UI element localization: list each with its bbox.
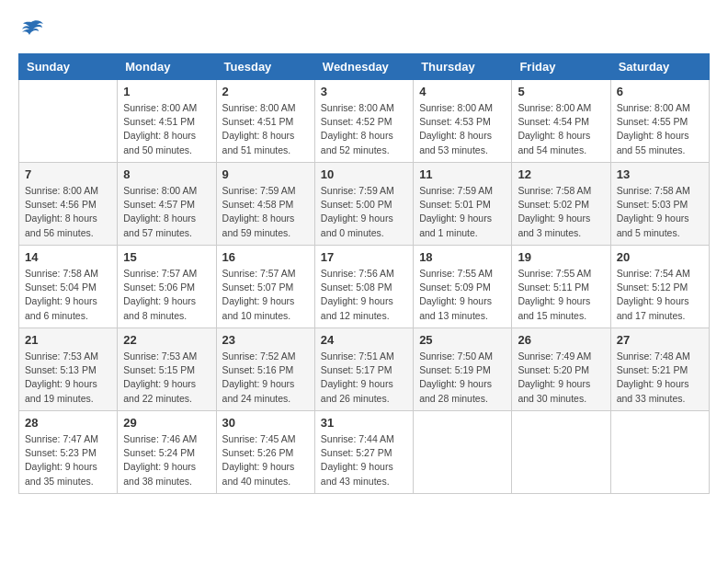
- column-header-friday: Friday: [512, 54, 610, 80]
- day-cell: 14Sunrise: 7:58 AM Sunset: 5:04 PM Dayli…: [19, 246, 118, 328]
- day-cell: 18Sunrise: 7:55 AM Sunset: 5:09 PM Dayli…: [414, 246, 512, 328]
- logo-icon: [18, 18, 44, 39]
- day-info: Sunrise: 8:00 AM Sunset: 4:51 PM Dayligh…: [123, 101, 210, 157]
- day-number: 31: [321, 416, 407, 430]
- day-info: Sunrise: 7:44 AM Sunset: 5:27 PM Dayligh…: [321, 432, 407, 488]
- day-number: 22: [123, 333, 210, 347]
- day-cell: 23Sunrise: 7:52 AM Sunset: 5:16 PM Dayli…: [216, 328, 314, 411]
- day-number: 10: [321, 167, 407, 181]
- day-info: Sunrise: 7:59 AM Sunset: 5:01 PM Dayligh…: [419, 184, 506, 240]
- day-info: Sunrise: 7:53 AM Sunset: 5:13 PM Dayligh…: [25, 350, 111, 406]
- day-cell: 3Sunrise: 8:00 AM Sunset: 4:52 PM Daylig…: [314, 80, 413, 163]
- day-number: 8: [123, 167, 210, 181]
- day-info: Sunrise: 7:55 AM Sunset: 5:09 PM Dayligh…: [419, 267, 506, 323]
- day-cell: [512, 411, 610, 494]
- page-header: [18, 18, 710, 39]
- day-cell: [610, 411, 709, 494]
- day-cell: 30Sunrise: 7:45 AM Sunset: 5:26 PM Dayli…: [216, 411, 314, 494]
- day-number: 21: [25, 333, 111, 347]
- day-cell: [414, 411, 512, 494]
- column-header-sunday: Sunday: [19, 54, 118, 80]
- header-row: SundayMondayTuesdayWednesdayThursdayFrid…: [19, 54, 710, 80]
- day-cell: 9Sunrise: 7:59 AM Sunset: 4:58 PM Daylig…: [216, 163, 314, 246]
- day-number: 16: [222, 250, 309, 264]
- day-cell: 22Sunrise: 7:53 AM Sunset: 5:15 PM Dayli…: [118, 328, 216, 411]
- day-info: Sunrise: 7:49 AM Sunset: 5:20 PM Dayligh…: [518, 350, 604, 406]
- day-number: 14: [25, 250, 111, 264]
- day-number: 23: [222, 333, 309, 347]
- week-row-3: 14Sunrise: 7:58 AM Sunset: 5:04 PM Dayli…: [19, 246, 710, 328]
- day-info: Sunrise: 7:54 AM Sunset: 5:12 PM Dayligh…: [617, 267, 703, 323]
- column-header-monday: Monday: [118, 54, 216, 80]
- day-number: 6: [617, 85, 703, 98]
- day-info: Sunrise: 7:51 AM Sunset: 5:17 PM Dayligh…: [321, 350, 407, 406]
- calendar-table: SundayMondayTuesdayWednesdayThursdayFrid…: [18, 53, 710, 494]
- column-header-saturday: Saturday: [610, 54, 709, 80]
- day-cell: 26Sunrise: 7:49 AM Sunset: 5:20 PM Dayli…: [512, 328, 610, 411]
- day-cell: 10Sunrise: 7:59 AM Sunset: 5:00 PM Dayli…: [314, 163, 413, 246]
- day-info: Sunrise: 7:58 AM Sunset: 5:02 PM Dayligh…: [518, 184, 604, 240]
- day-number: 11: [419, 167, 506, 181]
- day-cell: 24Sunrise: 7:51 AM Sunset: 5:17 PM Dayli…: [314, 328, 413, 411]
- day-number: 27: [617, 333, 703, 347]
- column-header-wednesday: Wednesday: [314, 54, 413, 80]
- day-cell: 21Sunrise: 7:53 AM Sunset: 5:13 PM Dayli…: [19, 328, 118, 411]
- day-info: Sunrise: 7:58 AM Sunset: 5:03 PM Dayligh…: [617, 184, 703, 240]
- week-row-4: 21Sunrise: 7:53 AM Sunset: 5:13 PM Dayli…: [19, 328, 710, 411]
- day-number: 17: [321, 250, 407, 264]
- day-cell: 15Sunrise: 7:57 AM Sunset: 5:06 PM Dayli…: [118, 246, 216, 328]
- day-number: 2: [222, 85, 309, 98]
- day-cell: 13Sunrise: 7:58 AM Sunset: 5:03 PM Dayli…: [610, 163, 709, 246]
- day-number: 7: [25, 167, 111, 181]
- day-cell: 7Sunrise: 8:00 AM Sunset: 4:56 PM Daylig…: [19, 163, 118, 246]
- week-row-5: 28Sunrise: 7:47 AM Sunset: 5:23 PM Dayli…: [19, 411, 710, 494]
- day-cell: 12Sunrise: 7:58 AM Sunset: 5:02 PM Dayli…: [512, 163, 610, 246]
- day-cell: 29Sunrise: 7:46 AM Sunset: 5:24 PM Dayli…: [118, 411, 216, 494]
- day-cell: 11Sunrise: 7:59 AM Sunset: 5:01 PM Dayli…: [414, 163, 512, 246]
- day-info: Sunrise: 7:50 AM Sunset: 5:19 PM Dayligh…: [419, 350, 506, 406]
- day-number: 25: [419, 333, 506, 347]
- day-number: 3: [321, 85, 407, 98]
- day-info: Sunrise: 7:56 AM Sunset: 5:08 PM Dayligh…: [321, 267, 407, 323]
- day-info: Sunrise: 7:47 AM Sunset: 5:23 PM Dayligh…: [25, 432, 111, 488]
- day-info: Sunrise: 7:45 AM Sunset: 5:26 PM Dayligh…: [222, 432, 309, 488]
- day-number: 20: [617, 250, 703, 264]
- column-header-tuesday: Tuesday: [216, 54, 314, 80]
- day-number: 13: [617, 167, 703, 181]
- day-cell: 4Sunrise: 8:00 AM Sunset: 4:53 PM Daylig…: [414, 80, 512, 163]
- day-number: 4: [419, 85, 506, 98]
- day-number: 28: [25, 416, 111, 430]
- day-info: Sunrise: 7:58 AM Sunset: 5:04 PM Dayligh…: [25, 267, 111, 323]
- day-cell: 2Sunrise: 8:00 AM Sunset: 4:51 PM Daylig…: [216, 80, 314, 163]
- day-info: Sunrise: 7:59 AM Sunset: 4:58 PM Dayligh…: [222, 184, 309, 240]
- day-cell: 16Sunrise: 7:57 AM Sunset: 5:07 PM Dayli…: [216, 246, 314, 328]
- day-info: Sunrise: 7:55 AM Sunset: 5:11 PM Dayligh…: [518, 267, 604, 323]
- day-cell: 6Sunrise: 8:00 AM Sunset: 4:55 PM Daylig…: [610, 80, 709, 163]
- week-row-1: 1Sunrise: 8:00 AM Sunset: 4:51 PM Daylig…: [19, 80, 710, 163]
- day-number: 9: [222, 167, 309, 181]
- day-info: Sunrise: 7:59 AM Sunset: 5:00 PM Dayligh…: [321, 184, 407, 240]
- column-header-thursday: Thursday: [414, 54, 512, 80]
- day-info: Sunrise: 8:00 AM Sunset: 4:52 PM Dayligh…: [321, 101, 407, 157]
- day-info: Sunrise: 7:46 AM Sunset: 5:24 PM Dayligh…: [123, 432, 210, 488]
- day-number: 24: [321, 333, 407, 347]
- day-info: Sunrise: 7:53 AM Sunset: 5:15 PM Dayligh…: [123, 350, 210, 406]
- day-info: Sunrise: 8:00 AM Sunset: 4:51 PM Dayligh…: [222, 101, 309, 157]
- day-info: Sunrise: 7:52 AM Sunset: 5:16 PM Dayligh…: [222, 350, 309, 406]
- day-cell: 27Sunrise: 7:48 AM Sunset: 5:21 PM Dayli…: [610, 328, 709, 411]
- day-cell: 8Sunrise: 8:00 AM Sunset: 4:57 PM Daylig…: [118, 163, 216, 246]
- day-cell: 17Sunrise: 7:56 AM Sunset: 5:08 PM Dayli…: [314, 246, 413, 328]
- day-number: 1: [123, 85, 210, 98]
- day-info: Sunrise: 8:00 AM Sunset: 4:55 PM Dayligh…: [617, 101, 703, 157]
- day-number: 18: [419, 250, 506, 264]
- day-cell: 28Sunrise: 7:47 AM Sunset: 5:23 PM Dayli…: [19, 411, 118, 494]
- day-number: 15: [123, 250, 210, 264]
- day-cell: 5Sunrise: 8:00 AM Sunset: 4:54 PM Daylig…: [512, 80, 610, 163]
- day-info: Sunrise: 7:48 AM Sunset: 5:21 PM Dayligh…: [617, 350, 703, 406]
- day-number: 30: [222, 416, 309, 430]
- day-info: Sunrise: 8:00 AM Sunset: 4:54 PM Dayligh…: [518, 101, 604, 157]
- day-cell: 1Sunrise: 8:00 AM Sunset: 4:51 PM Daylig…: [118, 80, 216, 163]
- day-number: 26: [518, 333, 604, 347]
- day-cell: [19, 80, 118, 163]
- day-number: 12: [518, 167, 604, 181]
